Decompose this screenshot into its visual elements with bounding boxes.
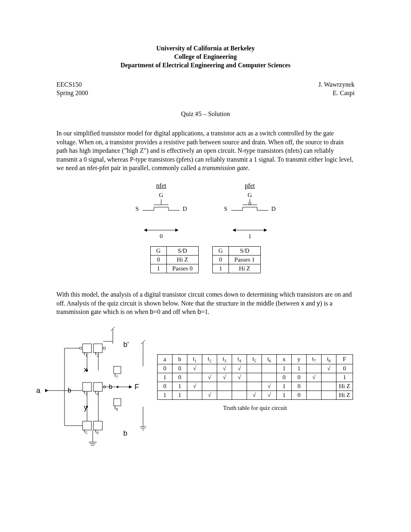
circuit-diagram: a b b' b b x y F t1 t2 t3 t4 t5 t6 t7 t8 <box>24 326 153 455</box>
svg-marker-9 <box>175 229 179 232</box>
label-b-bot: b <box>123 429 127 438</box>
p2-e: =1. <box>201 308 210 315</box>
pfet-label-g: G <box>248 192 252 199</box>
intro-text-em: transmission gate <box>202 164 248 171</box>
pfet-label-d: D <box>271 206 276 212</box>
label-t6-sub: 6 <box>97 430 99 434</box>
nfet-pass-value: 0 <box>160 233 163 240</box>
truth-header: F <box>336 354 353 364</box>
pfet-gsd-table: GS/D 0Passes 1 1Hi Z <box>212 246 261 273</box>
table-cell: Passes 0 <box>166 264 198 273</box>
table-cell: √ <box>217 364 232 373</box>
svg-marker-47 <box>45 389 48 392</box>
pfet-pass-value: 1 <box>248 233 251 240</box>
truth-header: x <box>277 354 292 364</box>
table-cell: √ <box>202 373 217 382</box>
p2-bsig: b <box>150 308 154 315</box>
table-cell <box>262 364 277 373</box>
table-cell <box>232 382 247 391</box>
table-cell <box>262 373 277 382</box>
table-cell <box>217 382 232 391</box>
table-cell: Hi Z <box>336 382 353 391</box>
label-b-prime: b' <box>123 341 129 349</box>
table-row: 00√√√11√0 <box>158 364 353 373</box>
table-cell <box>247 382 262 391</box>
nfet-gsd-table: GS/D 0Hi Z 1Passes 0 <box>150 246 199 273</box>
table-cell: √ <box>307 373 322 382</box>
svg-point-11 <box>249 202 251 205</box>
table-cell: √ <box>262 391 277 399</box>
dept-line: Department of Electrical Engineering and… <box>56 61 355 70</box>
truth-header: b <box>172 354 187 364</box>
analysis-paragraph: With this model, the analysis of a digit… <box>56 290 355 316</box>
table-cell: √ <box>217 373 232 382</box>
nfet-column: nfet G S D <box>133 182 189 240</box>
pfet-label-s: S <box>224 206 227 212</box>
circuit-svg <box>24 326 153 455</box>
p2-d: =0 and off when <box>154 308 197 315</box>
label-y: y <box>84 403 87 412</box>
table-row: 10√√√00√1 <box>158 373 353 382</box>
meta-row-2: Spring 2000 E. Caspi <box>56 89 355 98</box>
truth-header: t6 <box>262 354 277 364</box>
table-cell: √ <box>232 373 247 382</box>
table-cell: 0 <box>277 373 292 382</box>
table-cell: 1 <box>277 391 292 399</box>
label-t7-sub: 7 <box>116 374 118 379</box>
nfet-th-sd: S/D <box>166 246 198 255</box>
college-line: College of Engineering <box>56 53 355 61</box>
gsd-tables: GS/D 0Hi Z 1Passes 0 GS/D 0Passes 1 1Hi … <box>56 246 355 273</box>
table-cell: 0 <box>292 373 307 382</box>
table-cell: 1 <box>213 264 229 273</box>
p2-y: y <box>317 300 320 307</box>
label-b-left: b <box>68 387 71 394</box>
course-code: EECS150 <box>56 81 82 89</box>
table-cell <box>202 364 217 373</box>
table-cell: 0 <box>213 255 229 264</box>
truth-header: t3 <box>217 354 232 364</box>
nfet-symbol: G S D <box>133 192 189 229</box>
nfet-title: nfet <box>156 182 166 189</box>
instructor-1: J. Wawrzynek <box>318 81 355 89</box>
svg-marker-8 <box>144 229 147 232</box>
truth-table: abt1t2t3t4t5t6xyt7t8F 00√√√11√010√√√00√1… <box>157 354 353 400</box>
table-cell <box>187 373 202 382</box>
table-cell: √ <box>232 364 247 373</box>
svg-point-54 <box>117 386 118 388</box>
nfet-th-g: G <box>150 246 166 255</box>
p2-bsig2: b <box>197 308 201 315</box>
univ-line: University of California at Berkeley <box>56 44 355 53</box>
nfet-label-s: S <box>135 206 139 212</box>
table-row: 11√√√10Hi Z <box>158 391 353 399</box>
pfet-arrow: 1 <box>232 227 268 240</box>
svg-marker-19 <box>232 229 236 232</box>
table-cell: 0 <box>292 382 307 391</box>
intro-paragraph: In our simplified transistor model for d… <box>56 129 355 172</box>
table-cell: Hi Z <box>228 264 260 273</box>
intro-text-b: . <box>248 164 249 171</box>
table-cell: Hi Z <box>336 391 353 399</box>
pfet-title: pfet <box>245 182 255 189</box>
meta-row-1: EECS150 J. Wawrzynek <box>56 81 355 89</box>
nfet-label-d: D <box>183 206 187 212</box>
table-cell: √ <box>262 382 277 391</box>
table-cell: 1 <box>277 364 292 373</box>
truth-header: t4 <box>232 354 247 364</box>
nfet-svg <box>140 199 182 217</box>
table-cell: 0 <box>172 373 187 382</box>
table-cell <box>202 382 217 391</box>
truth-header: a <box>158 354 172 364</box>
table-cell <box>247 364 262 373</box>
truth-header: y <box>292 354 307 364</box>
label-t4-sub: 4 <box>97 391 99 396</box>
table-cell: 1 <box>336 373 353 382</box>
quiz-title: Quiz #5 – Solution <box>56 110 355 118</box>
table-cell: 0 <box>336 364 353 373</box>
table-cell <box>322 382 336 391</box>
table-cell <box>307 391 322 399</box>
svg-marker-55 <box>129 385 132 389</box>
table-cell: √ <box>247 391 262 399</box>
table-cell: 1 <box>150 264 166 273</box>
label-t3-sub: 3 <box>85 391 87 396</box>
table-cell: 1 <box>158 391 172 399</box>
